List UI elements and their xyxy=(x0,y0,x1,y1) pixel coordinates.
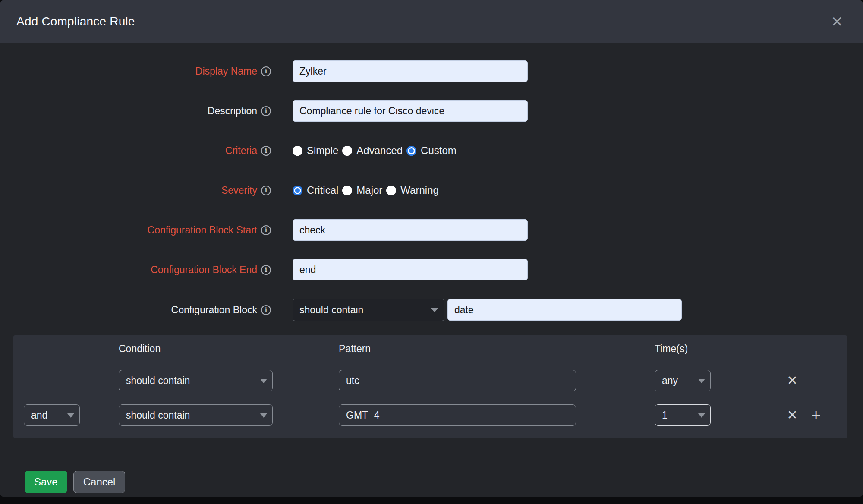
info-icon[interactable]: i xyxy=(261,66,271,76)
chevron-down-icon xyxy=(260,379,267,383)
description-field[interactable] xyxy=(293,100,528,122)
times-column-header: Time(s) xyxy=(655,343,711,355)
conditions-header-row: Condition Pattern Time(s) xyxy=(13,343,847,357)
form-row-config-block-end: Configuration Block End i xyxy=(0,259,863,280)
config-block-start-label: Configuration Block Start xyxy=(148,224,257,236)
config-block-end-label: Configuration Block End xyxy=(151,264,257,276)
row2-add-icon[interactable]: + xyxy=(811,404,821,426)
criteria-radio-custom[interactable]: Custom xyxy=(406,145,457,157)
form-row-config-block: Configuration Block i should contain xyxy=(0,299,863,321)
row1-remove-icon[interactable]: ✕ xyxy=(787,370,797,391)
close-icon[interactable]: ✕ xyxy=(831,14,844,29)
row2-condition-select[interactable]: should contain xyxy=(119,404,273,426)
chevron-down-icon xyxy=(698,413,705,418)
save-button[interactable]: Save xyxy=(25,471,67,493)
info-icon[interactable]: i xyxy=(261,186,271,195)
row2-pattern-field[interactable] xyxy=(339,404,576,426)
criteria-radio-advanced[interactable]: Advanced xyxy=(342,145,403,157)
form-row-criteria: Criteria i Simple Advanced Custom xyxy=(0,140,863,161)
severity-radio-group: Critical Major Warning xyxy=(293,184,443,196)
form-row-description: Description i xyxy=(0,100,863,122)
row2-join-select[interactable]: and xyxy=(24,404,80,426)
info-icon[interactable]: i xyxy=(261,106,271,116)
info-icon[interactable]: i xyxy=(261,265,271,275)
description-label: Description xyxy=(208,105,257,117)
dialog-header: Add Compliance Rule ✕ xyxy=(0,0,863,43)
radio-selected-icon xyxy=(293,186,302,195)
chevron-down-icon xyxy=(260,413,267,418)
row2-remove-icon[interactable]: ✕ xyxy=(787,404,797,426)
severity-radio-critical[interactable]: Critical xyxy=(293,184,338,196)
severity-label: Severity xyxy=(221,185,257,196)
radio-icon xyxy=(342,146,352,156)
config-block-end-field[interactable] xyxy=(293,259,528,280)
pattern-column-header: Pattern xyxy=(339,343,576,355)
criteria-radio-simple[interactable]: Simple xyxy=(293,145,338,157)
chevron-down-icon xyxy=(698,379,705,383)
row2-times-select[interactable]: 1 xyxy=(655,404,711,426)
condition-row-1: should contain any ✕ xyxy=(13,370,847,391)
chevron-down-icon xyxy=(67,413,74,418)
condition-column-header: Condition xyxy=(119,343,273,355)
severity-radio-warning[interactable]: Warning xyxy=(386,184,438,196)
row1-times-select[interactable]: any xyxy=(655,370,711,391)
chevron-down-icon xyxy=(431,308,438,312)
form-row-config-block-start: Configuration Block Start i xyxy=(0,219,863,241)
form-row-display-name: Display Name i xyxy=(0,60,863,82)
display-name-field[interactable] xyxy=(293,60,528,82)
conditions-section: Condition Pattern Time(s) should contain… xyxy=(13,335,847,438)
footer-divider xyxy=(13,454,850,454)
condition-row-2: and should contain 1 ✕ xyxy=(13,404,847,426)
dialog-title: Add Compliance Rule xyxy=(16,15,831,28)
cancel-button[interactable]: Cancel xyxy=(73,471,126,493)
severity-radio-major[interactable]: Major xyxy=(342,184,382,196)
radio-icon xyxy=(342,186,352,195)
radio-icon xyxy=(386,186,396,195)
display-name-label: Display Name xyxy=(195,66,257,77)
radio-selected-icon xyxy=(406,146,416,156)
form-row-severity: Severity i Critical Major Warning xyxy=(0,180,863,201)
info-icon[interactable]: i xyxy=(261,225,271,235)
config-block-label: Configuration Block xyxy=(171,304,257,316)
config-block-pattern-field[interactable] xyxy=(447,299,682,321)
radio-icon xyxy=(293,146,302,156)
row1-pattern-field[interactable] xyxy=(339,370,576,391)
info-icon[interactable]: i xyxy=(261,305,271,315)
dialog-footer: Save Cancel xyxy=(25,471,863,493)
compliance-rule-form: Display Name i Description i Criteria i xyxy=(0,43,863,321)
config-block-condition-select[interactable]: should contain xyxy=(293,299,444,321)
info-icon[interactable]: i xyxy=(261,146,271,156)
row1-condition-select[interactable]: should contain xyxy=(119,370,273,391)
criteria-radio-group: Simple Advanced Custom xyxy=(293,145,460,157)
config-block-start-field[interactable] xyxy=(293,219,528,241)
add-compliance-rule-dialog: Add Compliance Rule ✕ Display Name i Des… xyxy=(0,0,863,497)
criteria-label: Criteria xyxy=(225,145,257,157)
